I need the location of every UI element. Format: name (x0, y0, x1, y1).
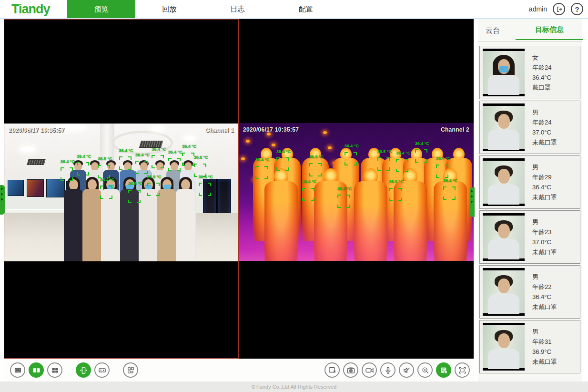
face (498, 224, 510, 238)
channel-name-overlay: Channel 2 (441, 126, 469, 133)
record-icon (365, 365, 375, 375)
face-photo (483, 106, 525, 149)
temperature-label: 36.4 °C (119, 148, 133, 153)
face-detection-bracket (309, 163, 322, 176)
app-window: Tiandy 预览回放日志配置 admin ? (0, 0, 588, 392)
tab-preview[interactable]: 预览 (67, 0, 135, 18)
target-card[interactable]: 男年龄3136.9°C未戴口罩 (479, 320, 580, 373)
header-right: admin ? (529, 0, 583, 18)
temperature-label: 36.9 °C (389, 179, 404, 184)
temperature-label: 36.4 °C (443, 178, 457, 183)
layout-single-icon (13, 365, 23, 375)
tab-playback[interactable]: 回放 (135, 0, 203, 18)
snapshot-button[interactable] (343, 362, 358, 378)
preview-toolbar (4, 359, 474, 382)
face-detection-bracket (98, 165, 110, 178)
temperature-label: 37.0°C (532, 237, 557, 247)
vertical-fill-button[interactable] (76, 362, 91, 378)
face-detection-bracket (337, 195, 350, 208)
mask-status-label: 未戴口罩 (532, 137, 557, 147)
target-card[interactable]: 男年龄2936.4°C未戴口罩 (479, 155, 580, 209)
face-detection-bracket (147, 183, 160, 196)
temperature-label: 36.5 °C (377, 149, 392, 154)
shoulders (488, 130, 519, 150)
sidebar-tabs: 云台 目标信息 (478, 19, 582, 42)
temperature-label: 36.9 °C (337, 186, 352, 191)
snapshot-icon (346, 365, 356, 375)
temperature-label: 36.4 °C (415, 141, 429, 146)
left-panel-expand-handle[interactable] (0, 185, 5, 215)
tab-target-info[interactable]: 目标信息 (516, 25, 583, 40)
multi-screen-config-button[interactable] (123, 362, 138, 378)
face-detection-bracket (415, 149, 427, 163)
close-all-preview-button[interactable] (324, 362, 340, 378)
face (498, 169, 510, 184)
face-detection-bracket (182, 153, 194, 166)
horizontal-fill-icon (97, 365, 107, 375)
help-button[interactable]: ? (571, 3, 583, 15)
face-detection-bracket (345, 152, 357, 165)
face-detection-bracket (389, 188, 402, 201)
gender-label: 男 (532, 327, 557, 337)
target-info-text: 男年龄2236.4°C未戴口罩 (532, 272, 557, 312)
temperature-label: 36.4 °C (135, 153, 150, 157)
layout-four-split-button[interactable] (47, 362, 62, 378)
face-detection-bracket (168, 158, 181, 171)
live-view-grid: 2020/06/17 10:35:57 Channel 1 36.4 °C36.… (4, 19, 474, 359)
channel-name-overlay: Channel 1 (205, 127, 234, 134)
person-figure (63, 176, 84, 261)
person-figure (81, 176, 102, 261)
face-detection-bracket (199, 183, 211, 196)
temperature-label: 36.4 °C (255, 157, 270, 162)
header-divider (0, 18, 588, 19)
video-cell-channel-1[interactable]: 2020/06/17 10:35:57 Channel 1 36.4 °C36.… (4, 19, 239, 359)
target-card[interactable]: 男年龄2236.4°C未戴口罩 (479, 265, 580, 319)
temperature-label: 36.5 °C (98, 156, 112, 161)
logout-button[interactable] (553, 3, 565, 15)
target-info-text: 女年龄2436.4°C戴口罩 (532, 52, 551, 93)
target-card[interactable]: 女年龄2436.4°C戴口罩 (479, 46, 580, 99)
tab-log[interactable]: 日志 (203, 0, 272, 18)
age-label: 年龄23 (532, 227, 557, 237)
vertical-fill-icon (79, 365, 89, 375)
shoulders (488, 239, 519, 259)
talk-mic-button[interactable] (380, 362, 395, 378)
face (498, 279, 510, 293)
gender-label: 女 (532, 52, 551, 62)
face-detection-bracket (302, 188, 314, 201)
target-info-text: 男年龄3136.9°C未戴口罩 (532, 327, 557, 367)
face-detection-bracket (61, 167, 73, 181)
temperature-label: 36.4 °C (345, 144, 359, 148)
right-sidebar: 云台 目标信息 女年龄2436.4°C戴口罩男年龄2437.0°C未戴口罩男年龄… (478, 19, 582, 382)
record-button[interactable] (362, 362, 377, 378)
gender-label: 男 (532, 162, 557, 172)
face-detection-bracket (436, 165, 448, 178)
target-info-panel-button[interactable] (436, 362, 451, 378)
face-mask (499, 66, 508, 72)
video-cell-channel-2[interactable]: 2020/06/17 10:35:57 Channel 2 36.4 °C36.… (239, 19, 474, 359)
horizontal-fill-button[interactable] (94, 362, 110, 378)
temperature-label: 36.9 °C (147, 175, 162, 179)
temperature-label: 36.4°C (532, 182, 557, 192)
target-snapshot (483, 158, 525, 206)
temperature-label: 36.5 °C (309, 155, 324, 159)
right-panel-collapse-handle[interactable] (470, 187, 475, 217)
target-snapshot (483, 268, 525, 316)
fullscreen-button[interactable] (455, 362, 470, 378)
layout-single-button[interactable] (10, 362, 25, 378)
digital-zoom-button[interactable] (417, 362, 433, 378)
audio-mute-button[interactable] (399, 362, 414, 378)
person-figure (156, 176, 177, 261)
face-detection-bracket (100, 186, 112, 199)
target-card[interactable]: 男年龄2337.0°C未戴口罩 (479, 210, 580, 264)
face-detection-bracket (128, 190, 141, 203)
timestamp-overlay: 2020/06/17 10:35:57 (9, 127, 64, 134)
temperature-label: 36.9°C (532, 347, 557, 357)
layout-two-split-button[interactable] (29, 362, 44, 378)
target-card[interactable]: 男年龄2437.0°C未戴口罩 (479, 101, 580, 154)
face-photo (483, 51, 525, 94)
tab-ptz[interactable]: 云台 (486, 26, 500, 35)
mask-status-label: 未戴口罩 (532, 192, 557, 202)
tab-config[interactable]: 配置 (272, 0, 340, 18)
face (498, 114, 510, 129)
